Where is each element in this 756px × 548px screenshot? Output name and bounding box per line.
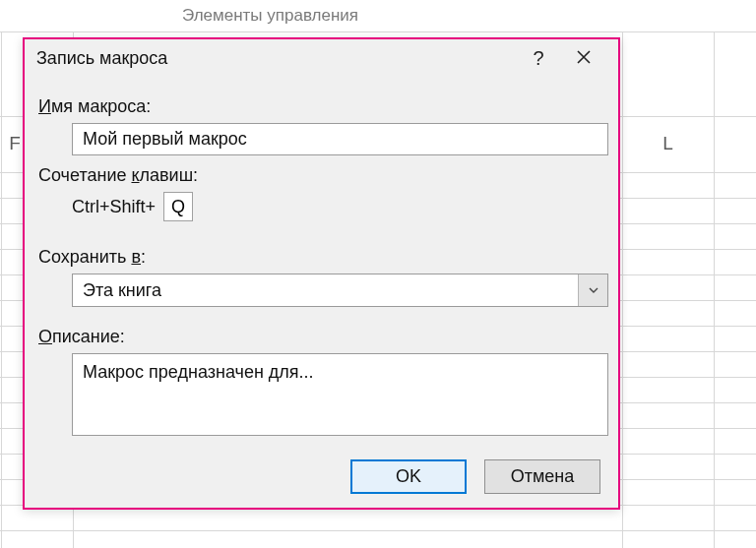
cancel-button[interactable]: Отмена xyxy=(484,459,600,494)
store-in-label: Сохранить в: xyxy=(38,247,604,268)
close-icon xyxy=(576,47,592,70)
close-button[interactable] xyxy=(561,39,606,77)
macro-name-label: Имя макроса: xyxy=(38,96,604,117)
dialog-title: Запись макроса xyxy=(36,48,516,69)
ribbon-group-label: Элементы управления xyxy=(182,6,358,26)
shortcut-key-input[interactable] xyxy=(163,192,193,221)
store-in-select[interactable] xyxy=(72,274,608,307)
description-textarea[interactable] xyxy=(72,353,608,436)
shortcut-label: Сочетание клавиш: xyxy=(38,165,604,186)
shortcut-prefix: Ctrl+Shift+ xyxy=(72,197,156,217)
column-header-L[interactable]: L xyxy=(622,116,714,171)
description-label: Описание: xyxy=(38,327,604,347)
macro-name-input[interactable] xyxy=(72,123,608,155)
dialog-titlebar[interactable]: Запись макроса ? xyxy=(25,39,618,77)
help-button[interactable]: ? xyxy=(516,39,561,77)
ok-button[interactable]: OK xyxy=(350,459,467,494)
record-macro-dialog: Запись макроса ? Имя макроса: Сочетание … xyxy=(23,37,620,510)
